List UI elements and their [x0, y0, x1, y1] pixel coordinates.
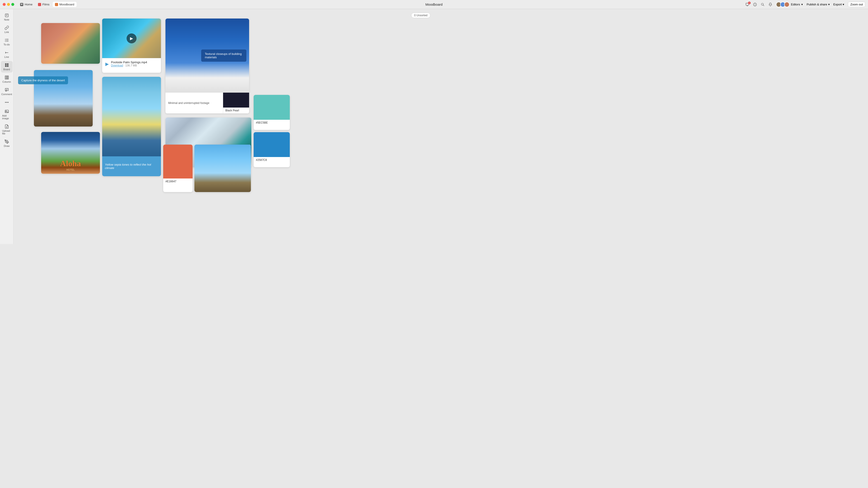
architecture-image[interactable]: Textural closeups of building materials … [165, 19, 249, 113]
video-file-icon: ▶ [105, 61, 109, 67]
todo-label: To-do [4, 43, 10, 46]
sidebar-item-column[interactable]: Column [1, 73, 13, 85]
canvas: 0 Unsorted Capture the dryness of the de… [13, 9, 434, 244]
moodboard-tab-icon [55, 3, 58, 6]
pool-video-card[interactable]: ▶ ▶ Poolside Palm Springs.mp4 Download ·… [102, 19, 161, 73]
tab-films[interactable]: Films [36, 2, 52, 7]
play-button[interactable]: ▶ [127, 33, 136, 43]
svg-point-27 [6, 111, 6, 111]
file-info: Poolside Palm Springs.mp4 Download · 136… [111, 61, 158, 67]
line-label: Line [4, 56, 9, 58]
file-attachment: ▶ Poolside Palm Springs.mp4 Download · 1… [102, 58, 161, 69]
tab-home[interactable]: M Home [18, 2, 35, 7]
architecture-caption-overlay: Textural closeups of building materials [201, 50, 246, 62]
svg-point-25 [8, 102, 8, 103]
sidebar-item-line[interactable]: Line [1, 48, 13, 60]
tab-bar: M Home Films Moodboard [18, 2, 76, 7]
palms-sky2-image[interactable] [194, 144, 251, 192]
download-link[interactable]: Download [111, 64, 123, 67]
svg-rect-14 [5, 64, 6, 65]
films-tab-icon [38, 3, 41, 6]
svg-rect-16 [5, 65, 6, 67]
sidebar-item-more[interactable] [1, 98, 13, 106]
sidebar-item-note[interactable]: Note [1, 11, 13, 23]
palm-sky-image[interactable]: Capture the dryness of the desert [34, 70, 93, 127]
upload-file-label: Upload file [2, 129, 11, 135]
note-label: Note [4, 18, 9, 21]
orange-swatch: #E16647 [163, 144, 193, 192]
sidebar: Note Link To-do Line Board Column Commen… [0, 9, 13, 244]
svg-rect-18 [5, 76, 6, 79]
close-button[interactable] [3, 3, 6, 6]
main-layout: Note Link To-do Line Board Column Commen… [0, 9, 434, 244]
svg-point-24 [6, 102, 7, 103]
svg-rect-17 [7, 65, 8, 67]
sidebar-item-draw[interactable]: Draw [1, 138, 13, 149]
films-tab-label: Films [42, 3, 50, 6]
svg-rect-20 [8, 76, 8, 79]
unsorted-badge[interactable]: 0 Unsorted [411, 13, 430, 18]
yellow-caption: Yellow sepia tones to reflect the hot cl… [102, 161, 161, 171]
moodboard-tab-label: Moodboard [59, 3, 74, 6]
bank-building-image[interactable]: Yellow sepia tones to reflect the hot cl… [102, 77, 161, 176]
traffic-lights [3, 3, 14, 6]
window-title: Moodboard [426, 2, 434, 6]
tab-moodboard[interactable]: Moodboard [53, 2, 76, 7]
titlebar: M Home Films Moodboard Moodboard 1 ? [0, 0, 434, 9]
add-image-label: Add image [2, 114, 11, 120]
home-tab-label: Home [25, 3, 33, 6]
black-pearl-swatch: Black Pearl [223, 93, 249, 113]
home-tab-icon: M [20, 3, 23, 6]
svg-rect-7 [5, 14, 8, 17]
minimal-caption: Minimal and uninterrupted footage [165, 93, 223, 113]
desert-text-overlay: Capture the dryness of the desert [18, 76, 68, 84]
sidebar-item-comment[interactable]: Comment [1, 86, 13, 97]
sidebar-item-link[interactable]: Link [1, 24, 13, 35]
minimize-button[interactable] [7, 3, 10, 6]
sidebar-item-upload-file[interactable]: Upload file [1, 123, 13, 137]
svg-rect-15 [7, 64, 8, 65]
link-label: Link [4, 31, 9, 33]
svg-rect-19 [6, 76, 7, 79]
board-label: Board [3, 68, 10, 71]
sidebar-item-add-image[interactable]: Add image [1, 107, 13, 122]
sidebar-item-board[interactable]: Board [1, 61, 13, 72]
svg-point-29 [6, 141, 7, 142]
sidebar-item-todo[interactable]: To-do [1, 36, 13, 48]
draw-label: Draw [4, 144, 10, 147]
teal-swatch: #5EC5BE [254, 95, 290, 130]
column-label: Column [2, 80, 11, 83]
desert-pink-image[interactable] [41, 23, 100, 64]
blue-swatch: #2587C8 [254, 132, 290, 167]
aloha-hotel-image[interactable]: Aloha HOTEL [41, 132, 100, 174]
maximize-button[interactable] [11, 3, 14, 6]
comment-label: Comment [1, 93, 12, 96]
svg-point-23 [5, 102, 6, 103]
